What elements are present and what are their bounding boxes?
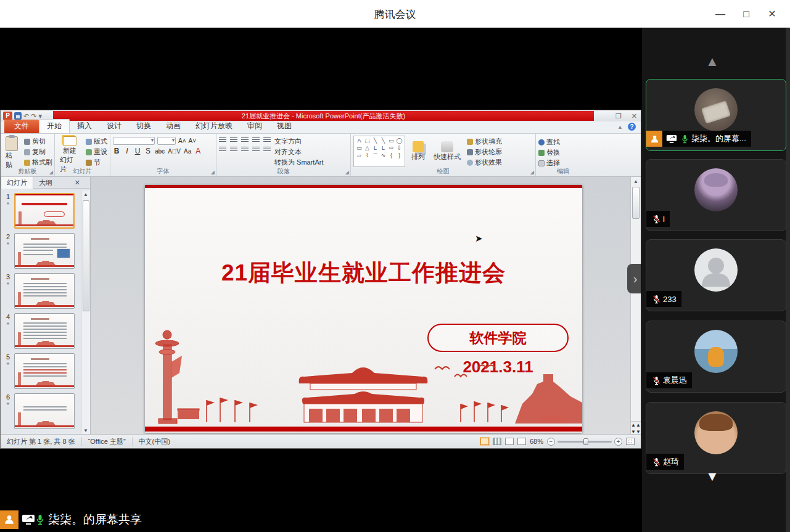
align-right-icon[interactable] xyxy=(241,147,249,152)
participant-tile[interactable]: l xyxy=(646,159,786,231)
slide-canvas[interactable]: 21届毕业生就业工作推进会 软件学院 2021.3.11 xyxy=(145,185,582,433)
minimize-button[interactable]: — xyxy=(707,0,733,28)
change-case-button[interactable]: Aa xyxy=(184,148,191,155)
help-icon[interactable]: ? xyxy=(628,123,636,131)
clipboard-dialog-launcher[interactable]: ◢ xyxy=(49,170,53,175)
slide-sorter-view-icon[interactable] xyxy=(493,438,501,445)
numbering-icon[interactable] xyxy=(230,137,237,143)
shape-fill-button[interactable]: 形状填充 xyxy=(467,137,502,146)
close-button[interactable]: ✕ xyxy=(759,0,785,28)
redo-icon[interactable]: ↷ xyxy=(31,112,36,120)
zoom-slider[interactable]: − + xyxy=(547,438,622,446)
slide-thumbnail-3[interactable]: 3★ xyxy=(2,273,80,309)
bold-button[interactable]: B xyxy=(113,147,120,155)
shadow-button[interactable]: S xyxy=(144,147,152,155)
line-spacing-icon[interactable] xyxy=(263,137,271,143)
grow-font-icon[interactable]: A˄ xyxy=(178,137,186,144)
format-painter-button[interactable]: 格式刷 xyxy=(24,158,52,167)
layout-button[interactable]: 版式 xyxy=(86,137,107,146)
align-text-button[interactable]: 对齐文本 xyxy=(274,147,323,157)
slide-thumbnail-4[interactable]: 4★ xyxy=(2,313,80,349)
section-button[interactable]: 节 xyxy=(86,158,107,167)
slide-thumbnail-1[interactable]: 1★ xyxy=(2,193,80,229)
save-icon[interactable] xyxy=(14,112,22,120)
shape-outline-button[interactable]: 形状轮廓 xyxy=(467,147,502,157)
reading-view-icon[interactable] xyxy=(505,438,514,445)
zoom-level[interactable]: 68% xyxy=(530,438,543,445)
font-dialog-launcher[interactable]: ◢ xyxy=(211,170,215,175)
panel-scroll-up-icon[interactable]: ▲ xyxy=(81,190,90,199)
tab-insert[interactable]: 插入 xyxy=(70,120,99,133)
paragraph-dialog-launcher[interactable]: ◢ xyxy=(345,170,349,175)
panel-close-icon[interactable]: ✕ xyxy=(75,179,80,187)
scroll-participants-up-icon[interactable]: ▲ xyxy=(706,54,719,70)
strikethrough-button[interactable]: abc xyxy=(155,148,165,155)
zoom-track[interactable] xyxy=(558,441,612,443)
shrink-font-icon[interactable]: A˅ xyxy=(189,137,197,144)
participant-tile[interactable]: 233 xyxy=(646,239,786,311)
tab-home[interactable]: 开始 xyxy=(39,119,70,133)
find-button[interactable]: 查找 xyxy=(538,137,560,147)
slide-thumbnail-6[interactable]: 6★ xyxy=(2,393,80,429)
scroll-thumb[interactable] xyxy=(632,187,640,219)
ppt-restore-button[interactable]: ❐ xyxy=(615,112,622,120)
underline-button[interactable]: U xyxy=(134,147,141,155)
paste-button[interactable]: 粘贴 xyxy=(3,136,20,170)
slide-thumbnail-2[interactable]: 2★ xyxy=(2,233,80,269)
decrease-indent-icon[interactable] xyxy=(241,137,249,143)
vertical-scrollbar[interactable]: ▲ ▲▲ ▼▼ xyxy=(630,177,641,435)
font-color-button[interactable]: A xyxy=(194,147,202,155)
replace-button[interactable]: 替换 xyxy=(538,148,560,157)
slideshow-view-icon[interactable] xyxy=(517,438,526,445)
shape-effects-button[interactable]: 形状效果 xyxy=(467,158,502,167)
tab-review[interactable]: 审阅 xyxy=(240,120,270,133)
font-size-select[interactable] xyxy=(157,137,176,145)
scroll-participants-down-icon[interactable]: ▼ xyxy=(706,469,719,485)
panel-tab-slides[interactable]: 幻灯片 xyxy=(1,176,33,189)
ppt-close-button[interactable]: ✕ xyxy=(632,112,637,120)
tab-animations[interactable]: 动画 xyxy=(158,120,188,133)
language-indicator[interactable]: 中文(中国) xyxy=(133,437,176,446)
panel-tab-outline[interactable]: 大纲 xyxy=(33,177,58,189)
font-name-select[interactable] xyxy=(113,137,155,145)
tab-transitions[interactable]: 切换 xyxy=(129,120,158,133)
panel-scroll-thumb[interactable] xyxy=(83,200,89,311)
maximize-button[interactable]: □ xyxy=(733,0,759,28)
participant-tile[interactable]: 袁晨迅 xyxy=(646,321,786,393)
italic-button[interactable]: I xyxy=(123,147,131,155)
panel-scrollbar[interactable]: ▲ ▼ xyxy=(81,190,90,435)
slide-thumbnail-5[interactable]: 5★ xyxy=(2,353,80,389)
shapes-gallery[interactable]: A⬚╲╲▭◯ ▭△LL⇨⇩ ▱⌇⌒∿{} xyxy=(353,136,405,167)
align-left-icon[interactable] xyxy=(219,147,226,152)
fit-to-window-icon[interactable]: ⛶ xyxy=(626,438,635,445)
zoom-thumb[interactable] xyxy=(583,438,588,445)
slide-editor-area[interactable]: 21届毕业生就业工作推进会 软件学院 2021.3.11 xyxy=(91,177,630,435)
align-center-icon[interactable] xyxy=(230,147,237,152)
tab-design[interactable]: 设计 xyxy=(99,120,129,133)
undo-icon[interactable]: ↶ xyxy=(23,112,29,120)
increase-indent-icon[interactable] xyxy=(252,137,260,143)
arrange-button[interactable]: 排列 xyxy=(409,136,427,167)
cut-button[interactable]: 剪切 xyxy=(24,137,52,146)
bullets-icon[interactable] xyxy=(219,137,226,143)
scroll-up-icon[interactable]: ▲ xyxy=(631,177,641,186)
reset-button[interactable]: 重设 xyxy=(86,147,107,157)
text-direction-button[interactable]: 文字方向 xyxy=(274,137,323,146)
columns-icon[interactable] xyxy=(263,147,271,152)
select-button[interactable]: 选择 xyxy=(538,158,560,168)
participant-tile-sharer[interactable]: 柒柒。的屏幕... xyxy=(646,79,786,151)
participant-tile[interactable]: 赵琦 xyxy=(646,402,786,474)
tab-slideshow[interactable]: 幻灯片放映 xyxy=(188,120,240,133)
collapse-ribbon-icon[interactable]: ▲ xyxy=(617,124,623,130)
zoom-out-icon[interactable]: − xyxy=(547,438,555,446)
copy-button[interactable]: 复制 xyxy=(24,147,52,157)
previous-slide-button[interactable]: ▲▲ xyxy=(631,422,641,428)
tab-file[interactable]: 文件 xyxy=(4,120,39,133)
normal-view-icon[interactable] xyxy=(480,438,489,445)
quick-styles-button[interactable]: 快速样式 xyxy=(431,136,463,167)
drawing-dialog-launcher[interactable]: ◢ xyxy=(530,170,534,175)
smartart-button[interactable]: 转换为 SmartArt xyxy=(274,158,323,167)
justify-icon[interactable] xyxy=(252,147,260,152)
sidebar-scrollbar[interactable] xyxy=(786,28,790,532)
char-spacing-button[interactable]: A⃫V xyxy=(168,148,181,155)
